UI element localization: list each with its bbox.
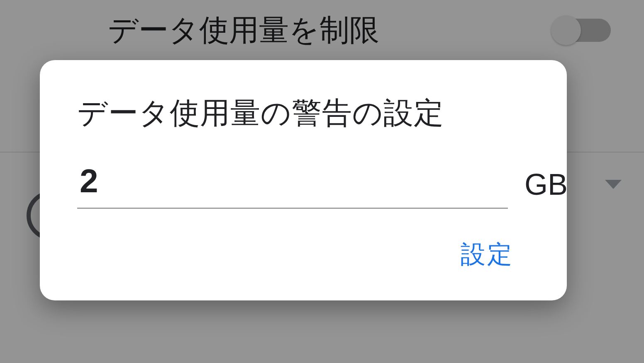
warning-value-input[interactable] — [77, 162, 508, 209]
dialog-title: データ使用量の警告の設定 — [77, 93, 529, 133]
dialog-actions: 設定 — [77, 230, 529, 284]
confirm-button[interactable]: 設定 — [449, 230, 525, 280]
input-row: GB — [77, 162, 529, 209]
data-warning-dialog: データ使用量の警告の設定 GB 設定 — [40, 60, 567, 300]
unit-selected-label: GB — [524, 167, 568, 201]
chevron-down-icon — [605, 180, 622, 189]
unit-dropdown[interactable]: GB — [508, 167, 630, 209]
